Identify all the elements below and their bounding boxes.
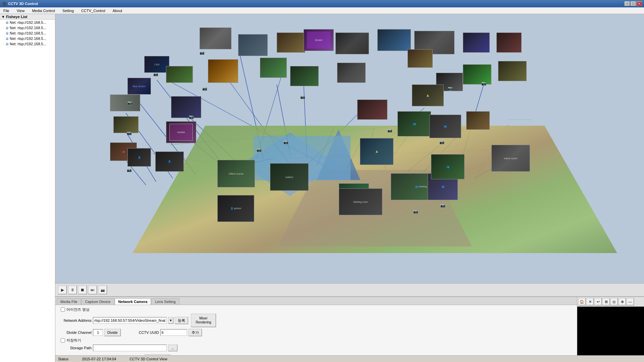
tree-header-label: Fisheye List [6, 15, 28, 19]
mini-grid-button[interactable]: ⊞ [602, 298, 610, 305]
cam-thumb-92[interactable]: 👨‍💼 [360, 138, 393, 165]
main-layout: ▼ Fisheye List 🖥 Net: rtsp://192.168.5..… [0, 14, 644, 362]
divide-channel-input[interactable] [93, 329, 103, 336]
tree-item-4[interactable]: 🖥 Net: rtsp://192.168.5... [0, 41, 55, 47]
tab-bar: Media File Capture Device Network Camera… [55, 297, 577, 305]
cam-thumb-91[interactable] [357, 100, 387, 120]
menu-file[interactable]: File [1, 8, 11, 13]
cam-thumb-42[interactable] [335, 33, 369, 54]
tree-item-0[interactable]: 🖥 Net: rtsp://192.168.5... [0, 20, 55, 25]
cam-thumb-32[interactable]: Screen [304, 29, 334, 51]
3d-view[interactable]: CAM 33 35 76 [55, 14, 644, 283]
cam-thumb-7[interactable]: indoor scene 7 [491, 145, 530, 172]
mini-circle-button[interactable]: ◎ [610, 298, 618, 305]
cam-thumb-35[interactable]: 35 [200, 27, 231, 49]
cam-thumb-0[interactable]: 👨‍💼 0 [412, 84, 444, 106]
cam-thumb-22[interactable]: Blue Screen 22 [127, 78, 151, 95]
network-address-input[interactable] [93, 317, 167, 324]
add-button[interactable]: 추가 [189, 329, 202, 336]
cam-thumb-14[interactable]: 14 [110, 95, 140, 111]
cam-thumb-2b[interactable]: 2 [496, 33, 522, 53]
cam-thumb-33b[interactable] [166, 66, 193, 83]
camera-button[interactable]: 📷 [98, 286, 107, 294]
menu-setting[interactable]: Setting [60, 8, 76, 13]
tree-item-3[interactable]: 🖥 Net: rtsp://192.168.5... [0, 36, 55, 41]
menu-view[interactable]: View [15, 8, 27, 13]
url-dropdown-arrow[interactable]: ▼ [168, 317, 173, 324]
cam-thumb-36[interactable] [238, 34, 268, 56]
tree-item-2[interactable]: 🖥 Net: rtsp://192.168.5... [0, 31, 55, 36]
cam-thumb-65[interactable] [290, 66, 319, 86]
tab-network-camera[interactable]: Network Camera [115, 298, 151, 305]
tree-item-label-2: Net: rtsp://192.168.5... [10, 31, 46, 35]
mini-plus-button[interactable]: ⊕ [619, 298, 626, 305]
cam-thumb-person[interactable]: 👤 [127, 148, 151, 167]
browse-button[interactable]: ... [168, 345, 177, 351]
cam-thumb-94[interactable] [408, 49, 433, 68]
cam-thumb-50[interactable]: 50 [113, 116, 139, 133]
tree-item-label-4: Net: rtsp://192.168.5... [10, 42, 46, 46]
cam-thumb-17[interactable]: 👥 17 [431, 154, 465, 179]
title-bar-controls: ─ □ ✕ [625, 1, 642, 6]
cam-thumb-29[interactable]: 👥 29 [429, 115, 461, 138]
storage-path-row: Storage Path ... [58, 345, 574, 351]
cam-thumb-68[interactable] [337, 63, 366, 83]
cam-thumb-43[interactable]: Office scene 43 [217, 160, 255, 187]
fisheye-row: 아이얀즈 영상 [58, 307, 574, 312]
mini-back-button[interactable]: ↩ [594, 298, 602, 305]
cam-thumb-34[interactable] [277, 33, 305, 53]
fast-forward-button[interactable]: ⏭ [88, 286, 97, 294]
mixer-rendering-block: MixerRendering [191, 314, 216, 327]
cam-thumb-48[interactable]: monitor 48 [166, 121, 196, 143]
cam-thumb-99[interactable]: 👤 person 99 [217, 195, 254, 222]
cam-thumb-meeting[interactable]: Meeting room [339, 188, 382, 215]
menu-media-control[interactable]: Media Control [30, 8, 57, 13]
network-address-row: Network Address ▼ 등록 MixerRendering [58, 314, 574, 327]
timestamp: 2015-07-22 17:04:04 [82, 357, 116, 361]
maximize-button[interactable]: □ [631, 1, 636, 6]
register-button[interactable]: 등록 [175, 317, 188, 324]
storage-path-input[interactable] [93, 345, 167, 351]
network-address-label: Network Address [58, 318, 92, 322]
tree-collapse-icon[interactable]: ▼ [1, 15, 5, 19]
tab-lens-setting[interactable]: Lens Setting [151, 298, 179, 305]
cam-thumb-9[interactable]: 9 [466, 111, 490, 130]
mixer-rendering-button[interactable]: MixerRendering [191, 314, 216, 327]
cam-thumb-74[interactable] [377, 29, 411, 51]
fisheye-checkbox[interactable] [61, 307, 65, 312]
app-title: CCTV 3D Control [8, 2, 38, 6]
mini-close-button[interactable]: ✕ [586, 298, 594, 305]
close-button[interactable]: ✕ [637, 1, 642, 6]
menu-cctv-control[interactable]: CCTV_Control [79, 8, 107, 13]
pause-button[interactable]: ⏸ [68, 286, 77, 294]
tree-item-1[interactable]: 🖥 Net: rtsp://192.168.5... [0, 25, 55, 31]
cam-thumb-5[interactable]: 5 [463, 64, 491, 84]
tab-capture-device[interactable]: Capture Device [82, 298, 114, 305]
pole-cam-13: 📷 [440, 203, 445, 208]
pole-cam-15: 📷 [448, 86, 453, 91]
save-checkbox[interactable] [61, 338, 65, 343]
uuid-input[interactable] [160, 329, 187, 336]
save-label: 저장하기 [66, 338, 81, 343]
cam-thumb-person2[interactable]: 👤 [155, 152, 184, 172]
cam-thumb-2c[interactable] [498, 61, 527, 81]
pole-cam-12: 📷 [439, 140, 444, 144]
cam-thumb-33[interactable]: CAM 33 [144, 56, 169, 73]
cam-thumb-76[interactable]: 76 [260, 58, 287, 78]
mini-minus-button[interactable]: — [627, 298, 634, 305]
cam-thumb-55[interactable] [208, 59, 238, 83]
cam-thumb-71[interactable]: 71 [171, 96, 201, 118]
divide-button[interactable]: Divide [104, 329, 121, 336]
cam-thumb-60[interactable]: outdoor [270, 163, 309, 191]
play-button[interactable]: ▶ [58, 286, 67, 294]
cam-thumb-8[interactable]: 8 [463, 33, 490, 53]
scene-canvas: CAM 33 35 76 [55, 14, 644, 283]
menu-about[interactable]: About [111, 8, 124, 13]
cam-thumb-28[interactable]: 👥 28 [397, 111, 431, 136]
minimize-button[interactable]: ─ [625, 1, 630, 6]
mini-home-button[interactable]: 🏠 [578, 298, 586, 305]
status-label-container: Status [58, 357, 68, 361]
mini-toolbar: 🏠 ✕ ↩ ⊞ ◎ ⊕ — [577, 297, 644, 307]
tab-media-file[interactable]: Media File [57, 298, 81, 305]
stop-button[interactable]: ⏹ [78, 286, 87, 294]
